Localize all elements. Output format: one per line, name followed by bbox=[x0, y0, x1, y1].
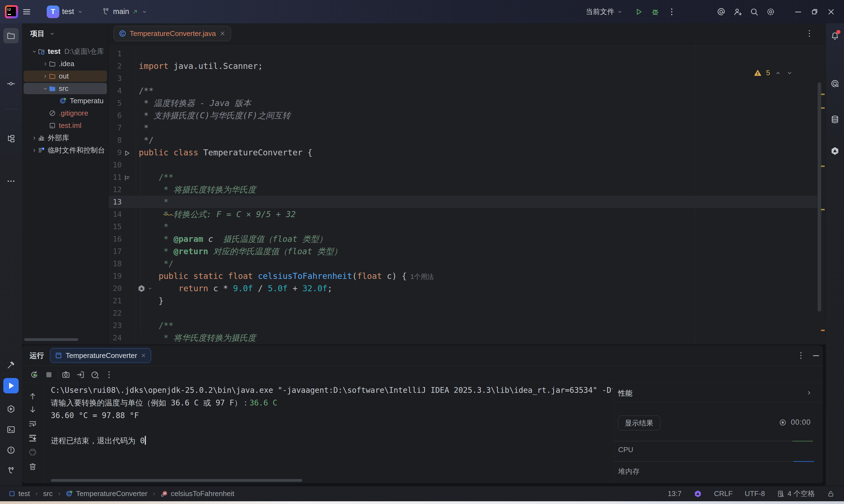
code-region[interactable]: 12import java.util.Scanner;34/**5 * 温度转换… bbox=[108, 44, 826, 344]
breadcrumb-item[interactable]: TemperatureConverter bbox=[66, 489, 148, 498]
line-number[interactable]: 22 bbox=[108, 307, 122, 319]
stripe-button-ai-chat[interactable] bbox=[827, 76, 843, 91]
code-line[interactable]: 7 * bbox=[108, 122, 817, 134]
warning-stripe-mark[interactable] bbox=[821, 107, 825, 109]
ai-assistant-status[interactable] bbox=[694, 490, 702, 498]
code-line[interactable]: 9public class TemperatureConverter { bbox=[108, 146, 817, 159]
tree-item[interactable]: out bbox=[22, 70, 108, 82]
more-button[interactable] bbox=[104, 370, 114, 379]
tree-item[interactable]: src bbox=[22, 82, 108, 95]
inspections-widget[interactable]: 5 bbox=[754, 69, 793, 77]
stripe-button-ai-assistant[interactable] bbox=[827, 143, 843, 159]
show-results-button[interactable]: 显示结果 bbox=[618, 416, 660, 430]
tree-item[interactable]: testD:\桌面\仓库 bbox=[22, 45, 108, 58]
profiler-button[interactable] bbox=[90, 370, 100, 379]
code-line[interactable]: 16 * @param c 摄氏温度值（float 类型） bbox=[108, 233, 817, 245]
window-restore-button[interactable] bbox=[810, 7, 819, 16]
warning-stripe-mark[interactable] bbox=[821, 165, 825, 167]
code-line[interactable]: 6 * 支持摄氏度(C)与华氏度(F)之间互转 bbox=[108, 109, 817, 122]
stripe-button-services[interactable] bbox=[3, 401, 19, 417]
code-line[interactable]: 19 public static float celsiusToFahrenhe… bbox=[108, 270, 817, 282]
invite-user-button[interactable] bbox=[733, 7, 742, 16]
print-button[interactable] bbox=[28, 447, 37, 457]
chevron-right-icon[interactable] bbox=[42, 73, 49, 79]
prev-warning-icon[interactable] bbox=[775, 69, 782, 77]
capture-memory-snapshot-button[interactable] bbox=[61, 370, 71, 379]
vcs-widget[interactable]: main bbox=[101, 7, 148, 16]
console-horizontal-scrollbar[interactable] bbox=[51, 479, 302, 482]
line-number[interactable]: 13 bbox=[108, 196, 122, 208]
ai-inline-hint[interactable] bbox=[137, 284, 153, 293]
stop-button[interactable] bbox=[44, 370, 54, 379]
tab-options-kebab-icon[interactable] bbox=[805, 29, 814, 38]
line-number[interactable]: 4 bbox=[108, 85, 122, 97]
line-number[interactable]: 1 bbox=[108, 48, 122, 60]
tree-item[interactable]: Temperatu bbox=[22, 95, 108, 107]
breadcrumb-item[interactable]: test bbox=[8, 489, 30, 498]
gutter-annotation-icon[interactable] bbox=[123, 173, 131, 181]
line-number[interactable]: 21 bbox=[108, 294, 122, 307]
line-number[interactable]: 12 bbox=[108, 183, 122, 196]
code-line[interactable]: 11 /** bbox=[108, 171, 817, 183]
line-separator-widget[interactable]: CRLF bbox=[714, 489, 733, 498]
code-line[interactable]: 3 bbox=[108, 72, 817, 85]
chevron-right-icon[interactable] bbox=[805, 389, 813, 397]
breadcrumb-item[interactable]: src bbox=[43, 489, 53, 498]
chevron-right-icon[interactable] bbox=[31, 135, 38, 141]
code-line[interactable]: 8 */ bbox=[108, 134, 817, 146]
stripe-button-commit[interactable] bbox=[3, 76, 19, 91]
tree-item[interactable]: test.iml bbox=[22, 120, 108, 132]
window-minimize-button[interactable] bbox=[793, 7, 803, 16]
warning-stripe-mark[interactable] bbox=[821, 94, 825, 95]
code-line[interactable]: 18 */ bbox=[108, 257, 817, 270]
stripe-button-structure[interactable] bbox=[3, 131, 19, 146]
line-number[interactable]: 8 bbox=[108, 134, 122, 146]
project-panel-header[interactable]: 项目 bbox=[22, 23, 108, 42]
next-warning-icon[interactable] bbox=[786, 69, 793, 77]
line-number[interactable]: 19 bbox=[108, 270, 122, 282]
search-everywhere-button[interactable] bbox=[750, 7, 759, 16]
stripe-button-run[interactable] bbox=[3, 378, 19, 393]
tree-item[interactable]: .idea bbox=[22, 58, 108, 70]
line-number[interactable]: 23 bbox=[108, 319, 122, 331]
code-line[interactable]: 10 bbox=[108, 159, 817, 171]
stripe-button-terminal[interactable] bbox=[3, 422, 19, 437]
project-widget[interactable]: T test bbox=[47, 5, 84, 18]
line-number[interactable]: 18 bbox=[108, 257, 122, 270]
code-line[interactable]: 5 * 温度转换器 - Java 版本 bbox=[108, 97, 817, 109]
editor-tab[interactable]: TemperatureConverter.java bbox=[114, 26, 231, 41]
code-line[interactable]: 15 * bbox=[108, 220, 817, 233]
line-number[interactable]: 7 bbox=[108, 122, 122, 134]
tree-item[interactable]: 临时文件和控制台 bbox=[22, 144, 108, 157]
code-line[interactable]: 12 * 将摄氏度转换为华氏度 bbox=[108, 183, 817, 196]
code-line[interactable]: 2import java.util.Scanner; bbox=[108, 60, 817, 72]
horizontal-scrollbar[interactable] bbox=[24, 338, 78, 341]
breadcrumb-item[interactable]: celsiusToFahrenheit bbox=[161, 489, 234, 498]
indent-widget[interactable]: 4 个空格 bbox=[777, 489, 815, 499]
rerun-button[interactable] bbox=[30, 370, 39, 379]
settings-button[interactable] bbox=[766, 7, 775, 16]
chevron-right-icon[interactable] bbox=[31, 147, 38, 154]
up-stacktrace-button[interactable] bbox=[28, 392, 37, 401]
close-tab-icon[interactable] bbox=[140, 353, 147, 359]
line-number[interactable]: 24 bbox=[108, 331, 122, 344]
run-class-gutter-icon[interactable] bbox=[123, 148, 131, 157]
code-line[interactable]: 22 bbox=[108, 307, 817, 319]
line-number[interactable]: 15 bbox=[108, 220, 122, 233]
code-line[interactable]: 14 * 转换公式: F = C × 9/5 + 32 bbox=[108, 208, 817, 220]
readonly-toggle[interactable] bbox=[827, 490, 835, 498]
open-in-editor-button[interactable] bbox=[76, 370, 85, 379]
warning-stripe-mark[interactable] bbox=[821, 330, 825, 331]
line-number[interactable]: 10 bbox=[108, 159, 122, 171]
line-number[interactable]: 5 bbox=[108, 97, 122, 109]
code-line[interactable]: 13 * bbox=[108, 196, 817, 208]
code-line[interactable]: 4/** bbox=[108, 85, 817, 97]
run-options-kebab-icon[interactable] bbox=[796, 351, 806, 360]
close-tab-icon[interactable] bbox=[219, 30, 226, 37]
console-output[interactable]: C:\Users\rui08\.jdks\openjdk-25.0.2\bin\… bbox=[51, 383, 613, 481]
editor-scrollbar[interactable] bbox=[817, 82, 821, 311]
code-line[interactable]: 24 * 将华氏度转换为摄氏度 bbox=[108, 331, 817, 344]
line-number[interactable]: 3 bbox=[108, 72, 122, 85]
caret-position-widget[interactable]: 13:7 bbox=[668, 489, 682, 498]
line-number[interactable]: 16 bbox=[108, 233, 122, 245]
